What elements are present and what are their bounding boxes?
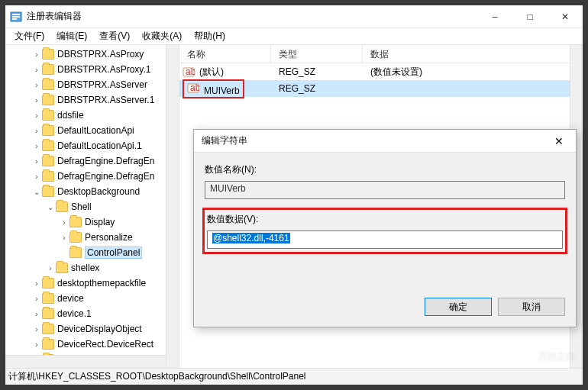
dialog-close-button[interactable]: ✕: [542, 135, 576, 147]
window-title: 注册表编辑器: [27, 10, 477, 23]
tree-node[interactable]: ⌄Shell: [8, 199, 179, 214]
maximize-button[interactable]: □: [512, 6, 548, 27]
svg-text:ab: ab: [186, 66, 195, 77]
svg-rect-1: [12, 14, 20, 15]
tree-node[interactable]: ›shellex: [8, 260, 179, 276]
menu-file[interactable]: 文件(F): [8, 28, 50, 44]
folder-icon: [56, 263, 68, 273]
menu-view[interactable]: 查看(V): [93, 28, 136, 44]
folder-icon: [69, 232, 82, 243]
chevron-icon[interactable]: ›: [31, 295, 42, 303]
chevron-icon[interactable]: ⌄: [31, 188, 42, 196]
list-header: 名称 类型 数据: [179, 45, 583, 63]
cancel-button[interactable]: 取消: [498, 298, 565, 316]
tree-node[interactable]: ›device.1: [8, 306, 179, 321]
menu-edit[interactable]: 编辑(E): [50, 28, 93, 44]
folder-icon: [42, 64, 54, 75]
tree-node[interactable]: ›DefragEngine.DefragEn: [8, 169, 179, 184]
chevron-icon[interactable]: ›: [31, 96, 42, 105]
col-name[interactable]: 名称: [179, 45, 271, 63]
edit-string-dialog: 编辑字符串 ✕ 数值名称(N): MUIVerb 数值数据(V): @shell…: [193, 129, 577, 327]
tree-node[interactable]: ›DefragEngine.DefragEn: [8, 153, 179, 169]
tree-node[interactable]: ›DefaultLocationApi.1: [8, 138, 179, 153]
col-data[interactable]: 数据: [363, 45, 583, 63]
menu-favorites[interactable]: 收藏夹(A): [136, 28, 188, 44]
close-button[interactable]: ✕: [548, 6, 583, 27]
tree-node[interactable]: ›DBRSTPRX.AsProxy: [8, 47, 179, 62]
tree-node[interactable]: ›DeviceRect.DeviceRect: [8, 337, 179, 352]
chevron-icon[interactable]: ›: [31, 172, 42, 181]
tree-node-label: DBRSTPRX.AsProxy: [57, 49, 144, 60]
tree-node-label: DefragEngine.DefragEn: [57, 156, 154, 166]
tree-node[interactable]: ›DBRSTPRX.AsServer.1: [8, 92, 179, 108]
chevron-icon[interactable]: ›: [31, 142, 42, 150]
chevron-icon[interactable]: ›: [31, 127, 42, 135]
value-name: MUIVerb: [204, 85, 240, 96]
table-row[interactable]: ab(默认)REG_SZ(数值未设置): [179, 63, 583, 80]
chevron-icon[interactable]: ›: [31, 111, 42, 120]
tree-node-label: ControlPanel: [85, 247, 142, 259]
tree-node[interactable]: ›Personalize: [8, 230, 179, 245]
tree-node[interactable]: ›DBRSTPRX.AsServer: [8, 77, 179, 92]
tree-node-label: device: [57, 293, 84, 304]
folder-icon: [42, 324, 54, 334]
tree-node-label: shellex: [71, 263, 99, 273]
svg-rect-3: [12, 18, 17, 20]
tree-node-label: device.1: [57, 308, 92, 319]
ok-button[interactable]: 确定: [425, 298, 492, 316]
tree-node[interactable]: ›device: [8, 291, 179, 306]
chevron-icon[interactable]: ›: [59, 234, 69, 242]
chevron-icon[interactable]: ›: [31, 279, 42, 288]
folder-icon: [42, 140, 54, 151]
chevron-icon[interactable]: ›: [31, 310, 42, 318]
chevron-icon[interactable]: ›: [45, 264, 56, 272]
tree-node[interactable]: ›DeviceDisplayObject: [8, 321, 179, 337]
value-name-input[interactable]: MUIVerb: [205, 181, 565, 199]
tree-scrollbar-v[interactable]: [166, 45, 179, 368]
svg-rect-2: [12, 16, 20, 18]
chevron-icon[interactable]: ›: [31, 66, 42, 74]
table-row[interactable]: abMUIVerbREG_SZ: [179, 80, 583, 97]
tree-node[interactable]: ›ddsfile: [8, 108, 179, 123]
tree-node[interactable]: ›DBRSTPRX.AsProxy.1: [8, 62, 179, 77]
tree-node-label: DefragEngine.DefragEn: [57, 171, 154, 182]
string-value-icon: ab: [183, 66, 195, 78]
col-type[interactable]: 类型: [271, 45, 363, 63]
tree-scrollbar-h[interactable]: [5, 355, 166, 368]
folder-icon: [42, 186, 54, 197]
value-data: (数值未设置): [363, 66, 583, 79]
tree-panel: ›DBRSTPRX.AsProxy›DBRSTPRX.AsProxy.1›DBR…: [5, 45, 179, 368]
dialog-title: 编辑字符串: [202, 134, 542, 147]
folder-icon: [42, 278, 54, 288]
folder-icon: [42, 110, 54, 121]
chevron-icon[interactable]: ›: [31, 340, 42, 349]
statusbar: 计算机\HKEY_CLASSES_ROOT\DesktopBackground\…: [5, 368, 583, 385]
app-icon: [10, 11, 22, 23]
folder-icon: [42, 125, 54, 136]
tree-node[interactable]: ›DefaultLocationApi: [8, 123, 179, 138]
tree-node[interactable]: ·ControlPanel: [8, 245, 179, 260]
watermark: 系统之家: [538, 350, 575, 363]
value-data-input[interactable]: @shell32.dll,-4161: [207, 230, 563, 249]
folder-icon: [69, 217, 82, 227]
chevron-icon[interactable]: ›: [59, 218, 69, 227]
value-type: REG_SZ: [271, 83, 363, 94]
minimize-button[interactable]: –: [477, 6, 512, 27]
chevron-icon[interactable]: ›: [31, 81, 42, 89]
chevron-icon[interactable]: ›: [31, 325, 42, 334]
tree-node-label: Display: [85, 217, 115, 227]
menu-help[interactable]: 帮助(H): [188, 28, 231, 44]
folder-icon: [69, 247, 82, 258]
string-value-icon: ab: [187, 82, 199, 94]
tree-node[interactable]: ›desktopthemepackfile: [8, 276, 179, 291]
value-data-highlight: 数值数据(V): @shell32.dll,-4161: [202, 208, 567, 254]
tree-node-label: ddsfile: [57, 110, 84, 121]
folder-icon: [42, 293, 54, 304]
chevron-icon[interactable]: ⌄: [45, 203, 56, 211]
chevron-icon[interactable]: ›: [31, 157, 42, 166]
tree-node[interactable]: ›Display: [8, 214, 179, 230]
tree-node-label: DBRSTPRX.AsServer: [57, 79, 147, 90]
value-name: (默认): [199, 66, 224, 79]
tree-node[interactable]: ⌄DesktopBackground: [8, 184, 179, 199]
chevron-icon[interactable]: ›: [31, 50, 42, 59]
